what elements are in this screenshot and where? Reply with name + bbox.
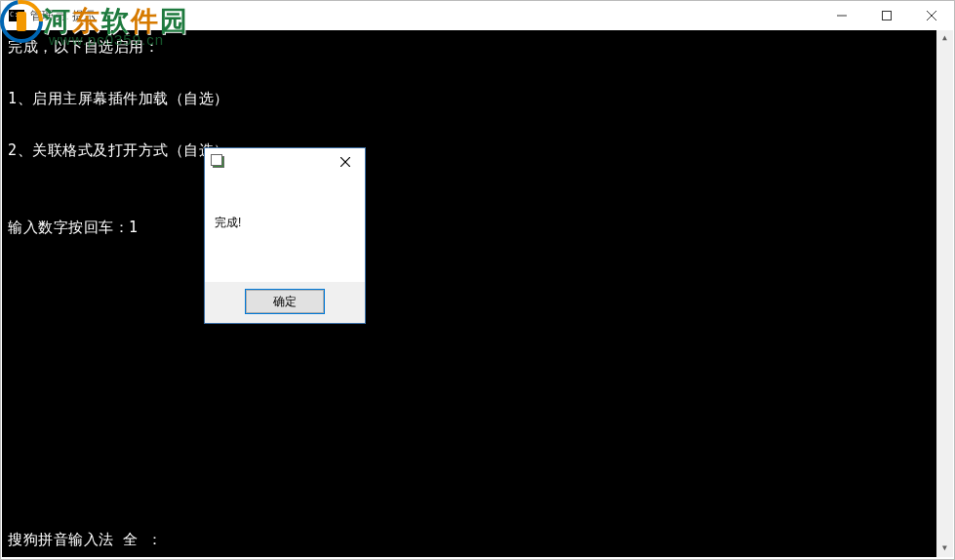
console-line [8, 189, 945, 215]
scrollbar-up[interactable]: ▲ [936, 30, 953, 47]
close-button[interactable] [909, 1, 954, 30]
message-dialog: 完成! 确定 [204, 147, 366, 324]
minimize-button[interactable] [819, 1, 864, 30]
main-window: 管理员: 提示 完成，以下自选启用： 1、启用主屏幕插件加载（自选） 2、关联格… [0, 0, 955, 560]
scrollbar-down[interactable]: ▼ [936, 540, 953, 557]
dialog-buttons: 确定 [205, 282, 365, 323]
console-line [8, 60, 945, 86]
scrollbar[interactable]: ▲ ▼ [936, 30, 953, 557]
console-line [8, 112, 945, 138]
window-title: 管理员: 提示 [30, 8, 96, 24]
console-content: 完成，以下自选启用： 1、启用主屏幕插件加载（自选） 2、关联格式及打开方式（自… [2, 30, 953, 241]
svg-rect-4 [883, 12, 892, 20]
console-line: 1、启用主屏幕插件加载（自选） [8, 86, 945, 112]
cmd-icon [9, 10, 24, 21]
dialog-message: 完成! [215, 215, 355, 231]
window-controls [819, 1, 954, 30]
dialog-titlebar[interactable] [205, 148, 365, 176]
console-line [8, 164, 945, 189]
ime-status: 搜狗拼音输入法 全 ： [8, 527, 163, 553]
ok-button[interactable]: 确定 [246, 290, 324, 313]
dialog-app-icon [211, 154, 226, 170]
console-line: 2、关联格式及打开方式（自选） [8, 138, 945, 164]
console-line: 完成，以下自选启用： [8, 34, 945, 60]
console-line: 输入数字按回车：1 [8, 215, 945, 241]
dialog-close-button[interactable] [330, 150, 361, 174]
dialog-body: 完成! [205, 176, 365, 282]
titlebar: 管理员: 提示 [1, 1, 954, 30]
maximize-button[interactable] [864, 1, 909, 30]
console-area[interactable]: 完成，以下自选启用： 1、启用主屏幕插件加载（自选） 2、关联格式及打开方式（自… [2, 30, 953, 557]
